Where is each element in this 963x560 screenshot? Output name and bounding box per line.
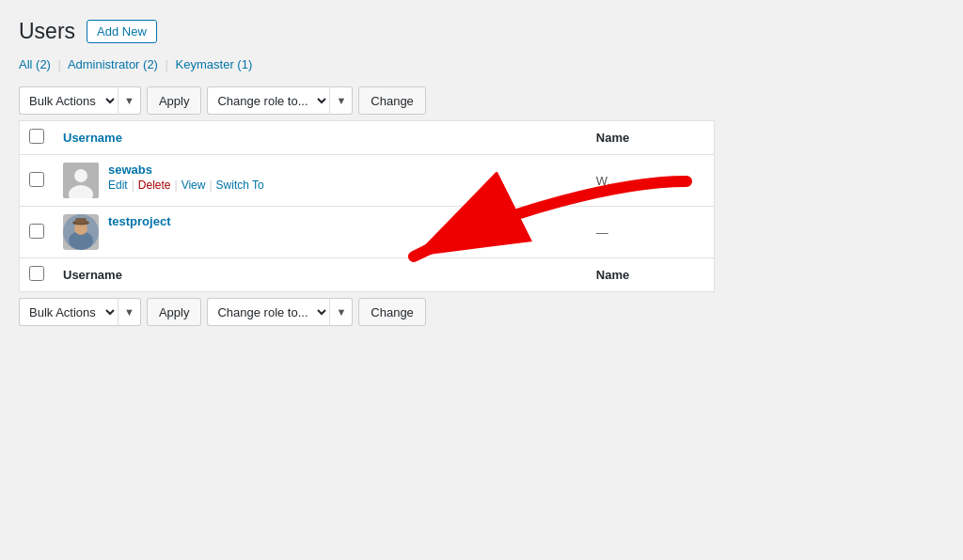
view-link-sewabs[interactable]: View <box>182 179 206 192</box>
table-footer-header-row: Username Name <box>20 258 715 292</box>
change-role-caret-bottom[interactable]: ▼ <box>329 298 353 326</box>
toolbar-bottom: Bulk Actions ▼ Apply Change role to... ▼… <box>19 292 715 332</box>
col-footer-name: Name <box>587 258 715 292</box>
table-row: sewabs Edit | Delete | View | Switch To <box>20 155 715 207</box>
avatar-testproject <box>63 214 99 250</box>
sep-2: | <box>166 57 168 71</box>
col-header-name: Name <box>587 121 715 155</box>
bulk-actions-wrap-bottom: Bulk Actions ▼ <box>19 298 141 326</box>
row-username-cell-testproject: testproject <box>54 207 587 258</box>
col-footer-checkbox <box>20 258 55 292</box>
apply-button-top[interactable]: Apply <box>147 86 202 115</box>
add-new-button[interactable]: Add New <box>87 20 157 43</box>
filter-keymaster[interactable]: Keymaster (1) <box>176 57 253 71</box>
apply-button-bottom[interactable]: Apply <box>147 298 202 326</box>
row-checkbox-sewabs <box>20 155 55 207</box>
bulk-actions-caret-top[interactable]: ▼ <box>118 86 141 115</box>
avatar-person-icon <box>63 163 99 198</box>
delete-link-sewabs[interactable]: Delete <box>138 179 171 192</box>
change-button-top[interactable]: Change <box>358 86 426 115</box>
avatar-sewabs <box>63 163 99 198</box>
bulk-actions-caret-bottom[interactable]: ▼ <box>118 298 141 326</box>
page-header: Users Add New <box>19 19 715 44</box>
users-table: Username Name <box>19 120 715 292</box>
change-role-wrap-top: Change role to... ▼ <box>207 86 353 115</box>
change-role-select-bottom[interactable]: Change role to... <box>207 298 329 326</box>
change-role-caret-top[interactable]: ▼ <box>329 86 353 115</box>
svg-point-2 <box>74 169 87 182</box>
row-name-sewabs: W... <box>587 155 715 207</box>
filter-links: All (2) | Administrator (2) | Keymaster … <box>19 57 715 71</box>
bulk-actions-select-bottom[interactable]: Bulk Actions <box>19 298 118 326</box>
row-username-cell-sewabs: sewabs Edit | Delete | View | Switch To <box>54 155 587 207</box>
avatar-photo-icon <box>63 214 99 250</box>
change-role-wrap-bottom: Change role to... ▼ <box>207 298 353 326</box>
page-title: Users <box>19 19 75 44</box>
sep-1: | <box>58 57 61 71</box>
change-role-select-top[interactable]: Change role to... <box>207 86 329 115</box>
svg-rect-8 <box>75 218 87 224</box>
toolbar-top: Bulk Actions ▼ Apply Change role to... ▼… <box>19 81 715 120</box>
switch-to-link-sewabs[interactable]: Switch To <box>216 179 264 192</box>
username-link-sewabs[interactable]: sewabs <box>108 163 264 177</box>
user-actions-sewabs: Edit | Delete | View | Switch To <box>108 179 264 192</box>
user-details-testproject: testproject <box>108 214 170 228</box>
filter-administrator[interactable]: Administrator (2) <box>68 57 158 71</box>
col-header-checkbox <box>20 121 55 155</box>
col-footer-username[interactable]: Username <box>54 258 587 292</box>
select-all-checkbox[interactable] <box>29 129 44 144</box>
table-header-row: Username Name <box>20 121 715 155</box>
row-select-sewabs[interactable] <box>29 172 44 187</box>
select-all-bottom-checkbox[interactable] <box>29 266 44 281</box>
filter-all[interactable]: All (2) <box>19 57 51 71</box>
users-table-wrap: Username Name <box>19 120 715 292</box>
bulk-actions-select-top[interactable]: Bulk Actions <box>19 86 118 115</box>
row-name-testproject: — <box>587 207 715 258</box>
row-select-testproject[interactable] <box>29 224 44 239</box>
table-row: testproject — <box>20 207 715 258</box>
edit-link-sewabs[interactable]: Edit <box>108 179 128 192</box>
user-info-testproject: testproject <box>63 214 577 250</box>
user-details-sewabs: sewabs Edit | Delete | View | Switch To <box>108 163 264 192</box>
bulk-actions-wrap-top: Bulk Actions ▼ <box>19 86 141 115</box>
row-checkbox-testproject <box>20 207 55 258</box>
col-header-username[interactable]: Username <box>54 121 587 155</box>
user-info-sewabs: sewabs Edit | Delete | View | Switch To <box>63 163 577 198</box>
username-link-testproject[interactable]: testproject <box>108 214 170 228</box>
change-button-bottom[interactable]: Change <box>358 298 426 326</box>
